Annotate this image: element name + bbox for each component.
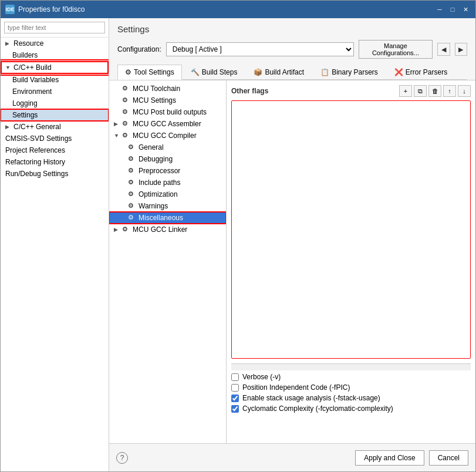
general-icon: ⚙ <box>128 143 136 151</box>
sidebar-item-build-variables[interactable]: Build Variables <box>1 74 109 86</box>
tool-tree-debugging[interactable]: ⚙ Debugging <box>109 153 226 165</box>
tool-tree-warnings[interactable]: ⚙ Warnings <box>109 200 226 212</box>
config-select[interactable]: Debug [ Active ] <box>166 42 354 56</box>
title-bar-controls: ─ □ ✕ <box>434 4 471 15</box>
sidebar-item-environment[interactable]: Environment <box>1 86 109 97</box>
sidebar: ▶ Resource Builders ▼ C/C++ Build Build … <box>1 18 109 471</box>
build-steps-icon: 🔨 <box>191 68 200 76</box>
verbose-checkbox[interactable] <box>231 373 239 381</box>
tab-tool-settings[interactable]: ⚙ Tool Settings <box>117 65 182 80</box>
checkbox-pic: Position Independent Code (-fPIC) <box>231 383 471 392</box>
filter-box <box>1 18 109 38</box>
forward-nav-button[interactable]: ▶ <box>455 43 467 56</box>
tab-binary-parsers[interactable]: 📋 Binary Parsers <box>313 65 386 79</box>
settings-icon: ⚙ <box>122 96 130 104</box>
config-label: Configuration: <box>117 45 161 53</box>
error-parsers-icon: ❌ <box>394 68 403 76</box>
pic-checkbox[interactable] <box>231 384 239 392</box>
tabs-bar: ⚙ Tool Settings 🔨 Build Steps 📦 Build Ar… <box>117 65 467 80</box>
copy-flag-button[interactable]: ⧉ <box>414 85 427 97</box>
debugging-icon: ⚙ <box>128 155 136 163</box>
tool-tree-label: Preprocessor <box>139 167 180 175</box>
build-artifact-icon: 📦 <box>254 68 262 76</box>
tab-content-tool-settings: ⚙ MCU Toolchain ⚙ MCU Settings ⚙ MCU Pos… <box>109 80 475 443</box>
flags-list-box[interactable] <box>231 100 471 359</box>
tool-tree-include-paths[interactable]: ⚙ Include paths <box>109 177 226 188</box>
toolchain-icon: ⚙ <box>122 85 130 93</box>
tab-label: Error Parsers <box>406 68 447 76</box>
title-bar-left: IDE Properties for f0disco <box>5 5 85 14</box>
sidebar-item-cpp-build[interactable]: ▼ C/C++ Build <box>1 61 109 74</box>
tool-settings-icon: ⚙ <box>125 68 131 76</box>
tool-tree-miscellaneous[interactable]: ⚙ Miscellaneous <box>109 212 226 224</box>
other-flags-header: Other flags + ⧉ 🗑 ↑ ↓ <box>231 85 471 97</box>
sidebar-item-run-debug[interactable]: Run/Debug Settings <box>1 168 109 180</box>
horizontal-scrollbar[interactable] <box>231 363 471 370</box>
settings-header: Settings Configuration: Debug [ Active ]… <box>109 18 475 80</box>
tab-build-artifact[interactable]: 📦 Build Artifact <box>246 65 312 79</box>
close-button[interactable]: ✕ <box>460 4 471 15</box>
collapse-icon: ▼ <box>114 133 120 139</box>
maximize-button[interactable]: □ <box>447 4 458 15</box>
tool-tree-preprocessor[interactable]: ⚙ Preprocessor <box>109 165 226 177</box>
sidebar-item-label: Builders <box>12 51 38 59</box>
tool-tree-general[interactable]: ⚙ General <box>109 141 226 153</box>
title-bar: IDE Properties for f0disco ─ □ ✕ <box>1 1 475 18</box>
cyclomatic-checkbox[interactable] <box>231 405 239 413</box>
linker-icon: ⚙ <box>122 225 130 234</box>
checkboxes-area: Verbose (-v) Position Independent Code (… <box>231 370 471 415</box>
manage-configs-button[interactable]: Manage Configurations... <box>359 40 433 59</box>
tab-build-steps[interactable]: 🔨 Build Steps <box>183 65 245 79</box>
tool-tree-label: MCU Settings <box>133 96 176 104</box>
optimization-icon: ⚙ <box>128 190 136 198</box>
cancel-button[interactable]: Cancel <box>429 450 468 466</box>
sidebar-item-logging[interactable]: Logging <box>1 97 109 109</box>
minimize-button[interactable]: ─ <box>434 4 445 15</box>
sidebar-item-cmsis-svd[interactable]: CMSIS-SVD Settings <box>1 133 109 144</box>
other-flags-panel: Other flags + ⧉ 🗑 ↑ ↓ <box>227 80 475 443</box>
delete-flag-button[interactable]: 🗑 <box>428 85 441 97</box>
tool-tree-mcu-settings[interactable]: ⚙ MCU Settings <box>109 95 226 106</box>
flags-toolbar: + ⧉ 🗑 ↑ ↓ <box>399 85 471 97</box>
sidebar-item-settings[interactable]: Settings <box>1 109 109 121</box>
bottom-bar: ? Apply and Close Cancel <box>109 443 475 471</box>
tool-tree-optimization[interactable]: ⚙ Optimization <box>109 188 226 200</box>
sidebar-item-cpp-general[interactable]: ▶ C/C++ General <box>1 121 109 133</box>
bottom-right: Apply and Close Cancel <box>355 450 468 466</box>
filter-input[interactable] <box>4 22 105 33</box>
tab-label: Tool Settings <box>134 68 174 76</box>
nav-tree: ▶ Resource Builders ▼ C/C++ Build Build … <box>1 38 109 471</box>
settings-title: Settings <box>117 24 467 34</box>
expand-icon: ▶ <box>5 41 11 46</box>
apply-close-button[interactable]: Apply and Close <box>355 450 424 466</box>
sidebar-item-label: Environment <box>12 87 52 96</box>
tool-tree-mcu-gcc-linker[interactable]: ▶ ⚙ MCU GCC Linker <box>109 224 226 235</box>
tool-tree-label: Optimization <box>139 190 178 198</box>
tool-tree-label: MCU Toolchain <box>133 85 180 93</box>
move-down-button[interactable]: ↓ <box>458 85 471 97</box>
add-flag-button[interactable]: + <box>399 85 412 97</box>
sidebar-item-resource[interactable]: ▶ Resource <box>1 38 109 49</box>
checkbox-stack-usage: Enable stack usage analysis (-fstack-usa… <box>231 394 471 402</box>
tool-tree-label: MCU Post build outputs <box>133 108 207 116</box>
other-flags-title: Other flags <box>231 87 268 95</box>
config-row: Configuration: Debug [ Active ] Manage C… <box>117 40 467 59</box>
expand-icon: ▶ <box>5 124 11 130</box>
tool-tree-mcu-gcc-assembler[interactable]: ▶ ⚙ MCU GCC Assembler <box>109 118 226 130</box>
sidebar-item-builders[interactable]: Builders <box>1 49 109 61</box>
tool-tree-mcu-post-build[interactable]: ⚙ MCU Post build outputs <box>109 106 226 118</box>
move-up-button[interactable]: ↑ <box>443 85 456 97</box>
help-button[interactable]: ? <box>116 452 128 464</box>
back-nav-button[interactable]: ◀ <box>437 43 450 56</box>
sidebar-item-label: Run/Debug Settings <box>5 170 68 178</box>
tool-tree: ⚙ MCU Toolchain ⚙ MCU Settings ⚙ MCU Pos… <box>109 80 227 443</box>
tool-tree-mcu-gcc-compiler[interactable]: ▼ ⚙ MCU GCC Compiler <box>109 130 226 141</box>
tool-tree-label: Include paths <box>139 178 180 187</box>
sidebar-item-project-refs[interactable]: Project References <box>1 144 109 156</box>
tool-tree-mcu-toolchain[interactable]: ⚙ MCU Toolchain <box>109 83 226 95</box>
tab-error-parsers[interactable]: ❌ Error Parsers <box>387 65 455 79</box>
stack-usage-checkbox[interactable] <box>231 395 239 402</box>
expand-icon: ▶ <box>114 227 120 232</box>
sidebar-item-refactoring[interactable]: Refactoring History <box>1 156 109 168</box>
stack-usage-label: Enable stack usage analysis (-fstack-usa… <box>242 394 380 402</box>
